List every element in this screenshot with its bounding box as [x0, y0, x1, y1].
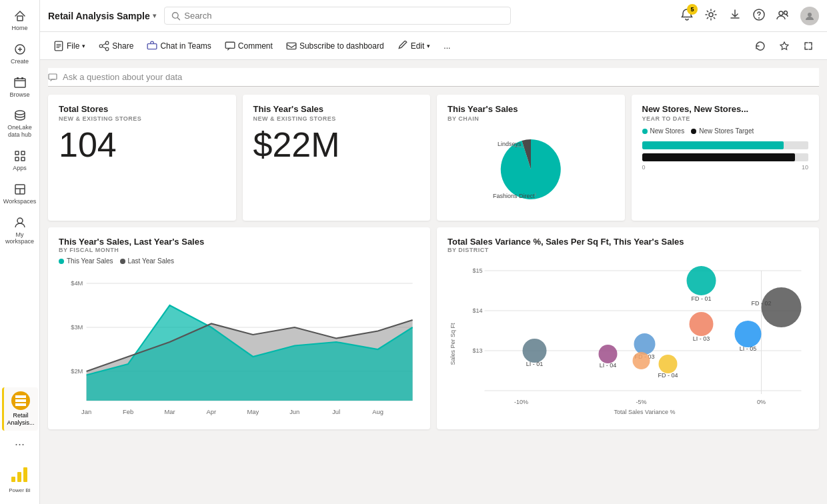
- pie-label-lindseys: Lindseys: [498, 141, 522, 147]
- area-chart-svg: $4M $3M $2M Jan Feb Mar Apr May: [59, 269, 420, 415]
- settings-button[interactable]: [704, 8, 718, 24]
- comment-button[interactable]: Comment: [219, 38, 278, 54]
- bubble-li04[interactable]: [599, 345, 618, 363]
- favorite-button[interactable]: [774, 38, 795, 54]
- axis-0: 0: [642, 164, 646, 171]
- sidebar-item-create[interactable]: Create: [2, 39, 38, 69]
- help-button[interactable]: [752, 8, 766, 24]
- report-title: Retail Analysis Sample ▾: [48, 11, 156, 21]
- share-people-button[interactable]: [776, 8, 790, 24]
- card-new-stores: New Stores, New Stores... YEAR TO DATE N…: [632, 95, 820, 221]
- bubble-fd04[interactable]: [659, 355, 678, 373]
- actionbar-right: [750, 38, 819, 54]
- svg-rect-11: [21, 157, 25, 161]
- home-icon: [13, 9, 27, 23]
- sidebar-item-apps[interactable]: Apps: [2, 145, 38, 176]
- chat-teams-button[interactable]: Chat in Teams: [141, 38, 216, 54]
- sidebar-power-bi-logo: Power BI: [9, 458, 30, 499]
- title-chevron-icon[interactable]: ▾: [153, 12, 156, 19]
- user-avatar[interactable]: [800, 7, 819, 25]
- sidebar-item-browse[interactable]: Browse: [2, 72, 38, 103]
- power-bi-label: Power BI: [9, 487, 30, 493]
- svg-point-27: [779, 11, 783, 15]
- sidebar-item-home[interactable]: Home: [2, 5, 38, 36]
- search-input[interactable]: [184, 11, 504, 21]
- sidebar-item-onelake[interactable]: OneLakedata hub: [2, 105, 38, 143]
- file-button[interactable]: File ▾: [48, 38, 91, 54]
- x-mar: Mar: [164, 408, 175, 415]
- person-icon: [13, 216, 27, 229]
- star-icon: [779, 41, 790, 51]
- svg-point-24: [709, 13, 713, 17]
- svg-rect-40: [225, 42, 235, 48]
- bar-row-target: [642, 153, 809, 161]
- actionbar: File ▾ Share Chat in Teams Comment Subsc…: [40, 32, 827, 60]
- notification-button[interactable]: 5: [680, 8, 694, 24]
- svg-rect-41: [287, 43, 296, 49]
- scatter-chart-svg: Sales Per Sq Ft $15 $14 $13 -10% -5% 0% …: [448, 257, 808, 417]
- sidebar-item-onelake-label: OneLakedata hub: [7, 124, 32, 139]
- svg-rect-9: [21, 151, 25, 155]
- notification-badge: 5: [687, 4, 698, 15]
- card-title: Total Stores: [59, 104, 225, 114]
- search-box[interactable]: [164, 7, 511, 25]
- x-aug: Aug: [372, 408, 383, 415]
- x-apr: Apr: [207, 408, 217, 415]
- power-bi-icon: [9, 463, 30, 485]
- card-title: This Year's Sales: [253, 104, 420, 114]
- edit-label: Edit: [411, 41, 425, 51]
- apps-icon: [13, 149, 27, 163]
- download-button[interactable]: [728, 8, 742, 24]
- sidebar-item-retail[interactable]: RetailAnalysis...: [2, 387, 38, 431]
- avatar-icon: [804, 11, 815, 21]
- sidebar-item-workspaces[interactable]: Workspaces: [2, 179, 38, 209]
- content-area: Ask a question about your data Total Sto…: [40, 60, 827, 504]
- sidebar-more-button[interactable]: ···: [11, 433, 29, 455]
- legend-dot-new-stores: [642, 129, 648, 134]
- svg-point-26: [758, 17, 760, 19]
- label-fd02: FD - 02: [752, 300, 772, 307]
- cards-row: Total Stores NEW & EXISTING STORES 104 T…: [48, 95, 819, 221]
- label-li03: LI - 03: [693, 335, 710, 342]
- legend-label-this-year: This Year Sales: [67, 257, 113, 265]
- share-icon: [99, 41, 109, 51]
- ask-question-text: Ask a question about your data: [63, 72, 182, 82]
- sidebar: Home Create Browse OneLakedata hub Apps …: [0, 0, 40, 504]
- edit-button[interactable]: Edit ▾: [392, 38, 436, 54]
- new-stores-bar-chart: 0 10: [642, 141, 809, 171]
- bar-track-target: [642, 153, 809, 161]
- svg-point-34: [106, 41, 109, 45]
- fullscreen-button[interactable]: [798, 38, 819, 54]
- topbar: Retail Analysis Sample ▾ 5: [40, 0, 827, 32]
- more-button[interactable]: ...: [438, 39, 456, 53]
- bubble-fd03[interactable]: [634, 333, 656, 355]
- x-jul: Jul: [332, 408, 340, 415]
- y-15: $15: [472, 267, 482, 274]
- share-button[interactable]: Share: [93, 38, 139, 54]
- bubble-li03[interactable]: [690, 312, 714, 336]
- bubble-fd02[interactable]: [762, 287, 802, 327]
- bubble-fd01[interactable]: [687, 266, 716, 295]
- search-icon: [171, 11, 180, 21]
- file-icon: [53, 41, 64, 51]
- svg-rect-17: [15, 399, 26, 402]
- bubble-li05[interactable]: [735, 321, 762, 347]
- scatter-chart-subtitle: BY DISTRICT: [448, 247, 808, 253]
- svg-rect-0: [17, 16, 23, 21]
- svg-rect-42: [49, 74, 57, 79]
- bubble-li01[interactable]: [523, 339, 547, 363]
- bar-axis: 0 10: [642, 164, 809, 171]
- subscribe-button[interactable]: Subscribe to dashboard: [281, 38, 389, 54]
- svg-line-37: [103, 43, 106, 45]
- ask-question-bar[interactable]: Ask a question about your data: [48, 68, 819, 87]
- people-icon: [776, 8, 790, 21]
- chart-area: This Year's Sales, Last Year's Sales BY …: [48, 227, 430, 429]
- sidebar-item-my-workspace[interactable]: Myworkspace: [2, 212, 38, 250]
- card-subtitle: YEAR TO DATE: [642, 115, 809, 122]
- card-value: 104: [59, 127, 225, 162]
- svg-line-38: [103, 47, 106, 48]
- refresh-button[interactable]: [750, 38, 771, 54]
- x-neg5: -5%: [636, 399, 646, 405]
- area-chart-subtitle: BY FISCAL MONTH: [59, 247, 420, 253]
- bubble-li02[interactable]: [633, 352, 650, 369]
